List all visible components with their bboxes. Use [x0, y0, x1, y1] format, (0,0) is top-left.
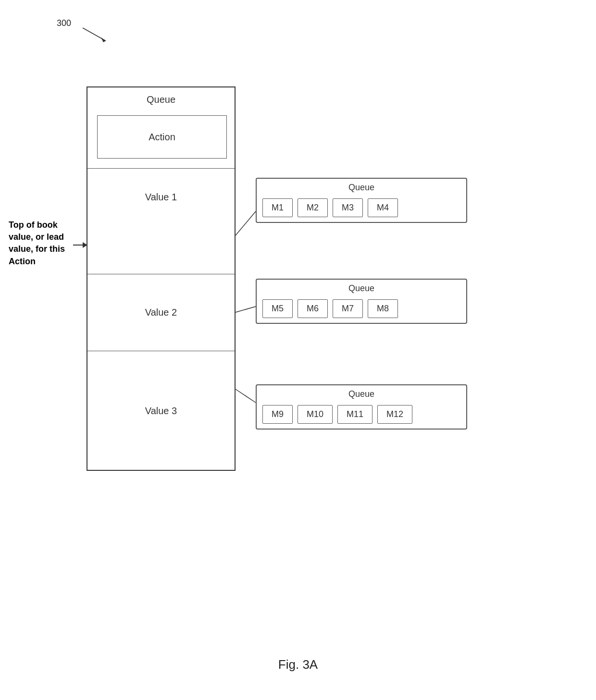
sub-queue-3-item-m12: M12: [377, 405, 412, 424]
svg-line-5: [236, 307, 256, 312]
value-row-1: Value 1: [87, 168, 235, 226]
svg-line-6: [236, 389, 256, 403]
sub-queue-1-label: Queue: [257, 179, 466, 196]
sub-queue-2-item-m5: M5: [262, 299, 293, 318]
value2-label: Value 2: [145, 307, 177, 318]
reference-number: 300: [57, 18, 71, 28]
sub-queue-2-item-m8: M8: [368, 299, 398, 318]
fig-label: Fig. 3A: [278, 657, 318, 672]
value1-label: Value 1: [145, 192, 177, 203]
sub-queue-3-items: M9 M10 M11 M12: [257, 402, 466, 429]
sub-queue-1-item-m3: M3: [333, 198, 363, 217]
sub-queue-2: Queue M5 M6 M7 M8: [256, 279, 467, 324]
side-label: Top of book value, or lead value, for th…: [9, 219, 71, 268]
sub-queue-1-item-m4: M4: [368, 198, 398, 217]
sub-queue-3-label: Queue: [257, 385, 466, 402]
sub-queue-1-items: M1 M2 M3 M4: [257, 196, 466, 222]
sub-queue-1-item-m2: M2: [298, 198, 328, 217]
main-queue-label: Queue: [87, 87, 235, 110]
action-box: Action: [97, 115, 227, 159]
sub-queue-1-item-m1: M1: [262, 198, 293, 217]
svg-marker-1: [101, 37, 106, 42]
sub-queue-3-item-m9: M9: [262, 405, 293, 424]
main-queue: Queue Action Value 1 Value 2 Value 3: [87, 86, 236, 471]
sub-queue-1: Queue M1 M2 M3 M4: [256, 178, 467, 223]
sub-queue-3: Queue M9 M10 M11 M12: [256, 384, 467, 430]
svg-line-0: [83, 28, 106, 41]
sub-queue-2-item-m7: M7: [333, 299, 363, 318]
diagram-container: 300 Queue Action Value 1 Value 2: [0, 0, 596, 700]
svg-line-4: [236, 211, 256, 235]
sub-queue-2-item-m6: M6: [298, 299, 328, 318]
sub-queue-3-item-m10: M10: [298, 405, 333, 424]
value-row-3: Value 3: [87, 351, 235, 471]
value3-label: Value 3: [145, 405, 177, 417]
sub-queue-3-item-m11: M11: [337, 405, 372, 424]
sub-queue-2-label: Queue: [257, 280, 466, 296]
value-row-2: Value 2: [87, 274, 235, 351]
action-label: Action: [149, 132, 175, 143]
sub-queue-2-items: M5 M6 M7 M8: [257, 296, 466, 323]
